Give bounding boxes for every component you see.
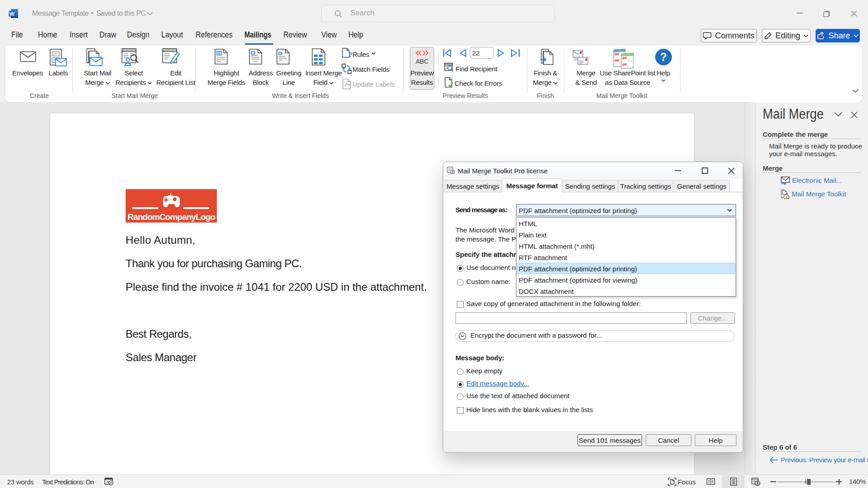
svg-text:?: ? bbox=[348, 51, 352, 58]
svg-text:?: ? bbox=[660, 51, 667, 63]
svg-text:W: W bbox=[9, 11, 15, 17]
